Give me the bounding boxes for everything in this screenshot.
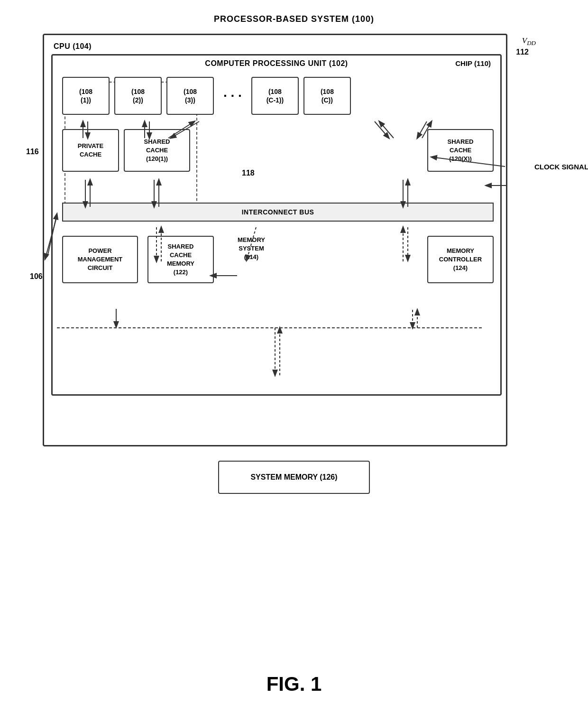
chip-box: COMPUTER PROCESSING UNIT (102) CHIP (110… <box>51 54 502 396</box>
vdd-label: VDD <box>522 36 536 47</box>
page: PROCESSOR-BASED SYSTEM (100) VDD 112 CPU… <box>0 0 588 705</box>
cores-row: (108(1)) (108(2)) (108(3)) · · · (108(C-… <box>62 77 494 115</box>
core-c: (108(C)) <box>303 77 351 115</box>
core-2: (108(2)) <box>114 77 162 115</box>
shared-cache-x-label: SHAREDCACHE(120(X)) <box>448 138 474 164</box>
vdd-v: V <box>522 36 527 45</box>
cpu-unit-label: COMPUTER PROCESSING UNIT (102) <box>205 59 348 68</box>
vdd-sub: DD <box>527 39 536 46</box>
memory-system-label: MEMORYSYSTEM(114) <box>238 236 265 262</box>
diagram-area: VDD 112 CPU (104) COMPUTER PROCESSING UN… <box>43 34 545 556</box>
core-1: (108(1)) <box>62 77 110 115</box>
label-112: 112 <box>516 48 529 56</box>
label-116: 116 <box>26 148 39 156</box>
shared-cache-1-label: SHAREDCACHE(120(1)) <box>144 138 170 164</box>
core-c1: (108(C-1)) <box>251 77 299 115</box>
dots: · · · <box>219 88 247 103</box>
fig-label: FIG. 1 <box>266 673 322 696</box>
bottom-section: POWERMANAGEMENTCIRCUIT SHAREDCACHEMEMORY… <box>62 236 494 283</box>
power-management-box: POWERMANAGEMENTCIRCUIT <box>62 236 138 283</box>
memory-system-area: MEMORYSYSTEM(114) <box>238 236 265 262</box>
chip-label: CHIP (110) <box>455 59 491 67</box>
cpu-label: CPU (104) <box>54 42 92 51</box>
memory-controller-label: MEMORYCONTROLLER(124) <box>439 247 482 273</box>
memory-controller-box: MEMORYCONTROLLER(124) <box>427 236 494 283</box>
processor-box: CPU (104) COMPUTER PROCESSING UNIT (102)… <box>43 34 507 446</box>
system-memory-label: SYSTEM MEMORY (126) <box>250 473 337 482</box>
private-cache-label: PRIVATECACHE <box>78 142 103 159</box>
processor-system-label: PROCESSOR-BASED SYSTEM (100) <box>214 14 374 24</box>
power-management-label: POWERMANAGEMENTCIRCUIT <box>78 247 123 273</box>
shared-cache-x-box: SHAREDCACHE(120(X)) <box>427 129 494 172</box>
private-cache-box: PRIVATECACHE <box>62 129 119 172</box>
system-memory-box: SYSTEM MEMORY (126) <box>218 461 370 494</box>
core-3: (108(3)) <box>166 77 214 115</box>
clock-signal-label: CLOCK SIGNAL (128) <box>534 162 588 172</box>
label-118: 118 <box>242 169 255 177</box>
interconnect-bus: INTERCONNECT BUS <box>62 203 494 222</box>
shared-cache-memory-box: SHAREDCACHEMEMORY(122) <box>147 236 214 283</box>
label-106: 106 <box>30 272 43 281</box>
interconnect-label: INTERCONNECT BUS <box>242 208 314 216</box>
shared-cache-1-box: SHAREDCACHE(120(1)) <box>124 129 190 172</box>
cache-row: PRIVATECACHE SHAREDCACHE(120(1)) SHAREDC… <box>62 129 494 172</box>
shared-cache-memory-label: SHAREDCACHEMEMORY(122) <box>167 242 194 277</box>
